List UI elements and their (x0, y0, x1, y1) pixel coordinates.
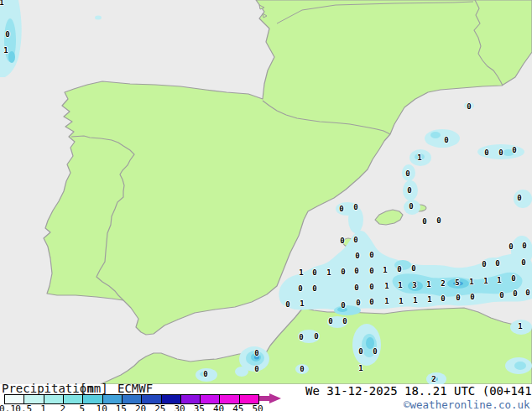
precip-patch (8, 51, 15, 63)
precip-value: 1 (358, 365, 362, 372)
scale-segment (162, 395, 181, 403)
scale-segment (220, 395, 239, 403)
scale-segment (142, 395, 161, 403)
scale-tick-label: 45 (232, 403, 243, 411)
scale-tick-label: 30 (174, 403, 185, 411)
precip-value: 1 (497, 277, 501, 284)
scale-tick-label: 15 (116, 403, 127, 411)
precip-value: 0 (353, 204, 357, 211)
precip-value: 0 (341, 302, 345, 310)
precip-value: 0 (341, 268, 345, 276)
precip-value: 0 (517, 195, 521, 202)
precip-value: 0 (467, 103, 471, 111)
precip-value: 0 (405, 170, 409, 178)
precip-value: 0 (353, 237, 357, 244)
precip-value: 0 (484, 149, 488, 157)
precip-value: 0 (356, 299, 360, 307)
scale-segment (103, 395, 123, 403)
precip-value: 0 (521, 259, 525, 267)
precip-value: 1 (326, 269, 331, 277)
precip-value: 0 (522, 242, 526, 250)
precip-value: 1 (518, 323, 522, 330)
scale-tick-label: 35 (194, 403, 205, 411)
precip-value: 0 (355, 252, 359, 260)
precip-value: 2 (431, 376, 436, 383)
scale-tick-label: 0.5 (15, 403, 32, 411)
precip-value: 0 (358, 348, 362, 356)
scale-segment (5, 395, 24, 403)
precip-value: 0 (369, 284, 373, 291)
precip-value: 1 (299, 269, 303, 277)
precip-value: 0 (5, 31, 9, 39)
precip-value: 0 (422, 218, 426, 226)
precip-value: 0 (512, 147, 516, 154)
precip-value: 0 (203, 371, 207, 378)
precip-value: 0 (441, 295, 445, 303)
scale-tick-label: 0.1 (0, 403, 16, 411)
map-canvas (0, 0, 532, 384)
precip-patch (514, 362, 526, 370)
precip-value: 2 (441, 280, 445, 288)
precip-patch (430, 132, 441, 138)
precip-value: 1 (413, 297, 417, 304)
precip-value: 0 (509, 243, 513, 251)
scale-tick-label: 5 (80, 403, 86, 411)
precip-value: 3 (412, 282, 416, 289)
precip-value: 0 (314, 333, 318, 341)
precip-value: 0 (369, 252, 373, 259)
precip-patch (235, 367, 248, 377)
precip-value: 0 (285, 301, 289, 309)
precip-value: 1 (399, 298, 403, 305)
precip-patch (425, 129, 460, 148)
precip-value: 0 (340, 237, 344, 245)
precip-value: 0 (397, 266, 401, 273)
precip-value: 0 (470, 294, 474, 301)
precip-value: 0 (409, 203, 413, 211)
precip-value: 0 (342, 318, 347, 325)
precip-value: 0 (339, 206, 343, 213)
unit-label: [mm] (80, 382, 108, 395)
scale-tick-label: 1 (40, 403, 46, 411)
precip-value: 0 (513, 290, 517, 298)
precip-value: 0 (369, 299, 373, 306)
precip-value: 1 (300, 300, 304, 308)
precip-value: 1 (427, 296, 431, 304)
precip-value: 0 (495, 260, 499, 268)
scale-segment (123, 395, 142, 403)
copyright-label: ©weatheronline.co.uk (404, 398, 530, 411)
precip-value: 0 (482, 261, 486, 268)
scale-segment (201, 395, 220, 403)
scale-segment (44, 395, 64, 403)
precip-value: 1 (398, 282, 402, 289)
scale-tick-labels: 0.10.5125101520253035404550 (0, 403, 285, 411)
precip-value: 0 (354, 268, 358, 275)
scale-segment (181, 395, 201, 403)
precip-value: 0 (525, 289, 529, 297)
scale-tick-label: 2 (60, 403, 65, 411)
datetime-label: We 31-12-2025 18..21 UTC (00+141 (305, 384, 532, 398)
precip-value: 1 (469, 278, 473, 286)
precip-value: 0 (498, 149, 503, 157)
precip-value: 0 (254, 366, 258, 373)
precip-value: 1 (417, 154, 421, 162)
precip-value: 5 (455, 279, 459, 287)
precip-patch (95, 16, 102, 20)
scale-segment (83, 395, 102, 403)
precip-value: 1 (384, 298, 389, 305)
precip-value: 0 (254, 350, 258, 357)
precip-value: 0 (328, 318, 332, 325)
scale-segment (240, 395, 258, 403)
scale-segment (24, 395, 44, 403)
precip-value: 0 (436, 217, 441, 225)
weather-map-page: 1010010000000000000000000010100010000001… (0, 0, 532, 411)
precip-value: 0 (499, 292, 503, 299)
precip-value: 0 (373, 348, 377, 356)
precip-value: 0 (369, 268, 373, 275)
scale-tick-label: 20 (135, 403, 146, 411)
precip-value: 0 (407, 187, 411, 195)
precip-value: 0 (312, 285, 316, 293)
precip-value: 0 (456, 294, 460, 302)
model-label: ECMWF (117, 382, 153, 395)
precip-value: 0 (299, 334, 303, 341)
precip-value: 0 (511, 275, 515, 283)
